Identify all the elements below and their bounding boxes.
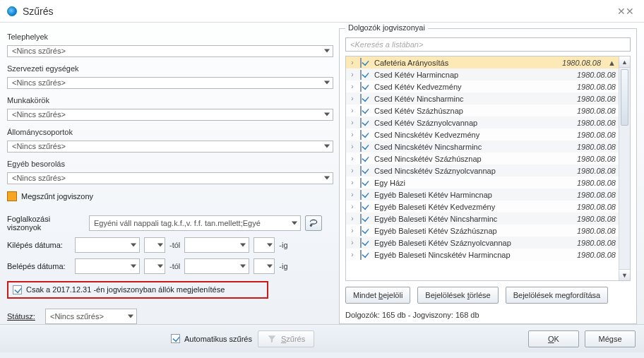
chevron-right-icon: › <box>349 167 356 174</box>
allomany-label: Állománycsoportok <box>7 128 333 136</box>
employees-title: Dolgozók jogviszonyai <box>345 23 428 32</box>
list-item[interactable]: ›Csed Nincskétév Kedvezmény1980.08.08 <box>346 129 619 141</box>
list-item[interactable]: ›Csed Nincskétév Nincsharminc1980.08.08 <box>346 141 619 153</box>
row-checkbox[interactable] <box>360 70 362 80</box>
chevron-down-icon <box>128 314 133 318</box>
chevron-down-icon <box>324 81 330 85</box>
row-checkbox[interactable] <box>360 94 362 104</box>
chevron-right-icon: › <box>349 107 356 114</box>
scroll-thumb[interactable] <box>621 69 628 126</box>
telephelyek-combo[interactable]: <Nincs szűrés> <box>7 45 333 57</box>
belepes-to-time[interactable] <box>254 258 275 274</box>
list-item[interactable]: ›Csed Kétév Száznyolcvannap1980.08.08 <box>346 117 619 129</box>
list-item[interactable]: ›Csed Kétév Harmincnap1980.08.08 <box>346 68 619 80</box>
row-checkbox[interactable] <box>360 190 362 200</box>
chevron-right-icon: › <box>349 59 356 66</box>
chevron-down-icon <box>157 264 163 268</box>
cancel-button[interactable]: Mégse <box>585 330 636 347</box>
scroll-up-icon[interactable]: ▲ <box>619 56 630 68</box>
auto-filter-label: Automatikus szűrés <box>184 335 252 343</box>
foglalkozasi-label: Foglalkozási viszonyok <box>7 215 85 232</box>
belepes-from-time[interactable] <box>144 258 165 274</box>
row-checkbox[interactable] <box>360 118 362 128</box>
row-date: 1980.08.08 <box>577 107 616 115</box>
row-name: Egyéb Baleseti Kétév Harmincnap <box>374 191 573 199</box>
filters-panel: Telephelyek <Nincs szűrés> Szervezeti eg… <box>7 28 333 324</box>
search-input[interactable]: <Keresés a listában> <box>345 37 631 52</box>
chevron-down-icon <box>240 264 246 268</box>
belepes-to-date[interactable] <box>184 258 249 274</box>
row-checkbox[interactable] <box>360 250 362 260</box>
row-name: Csed Nincskétév Száznyolcvannap <box>374 167 573 175</box>
invert-selection-button[interactable]: Bejelölések megfordítása <box>506 287 609 304</box>
row-date: 1980.08.08 <box>577 215 616 223</box>
list-item[interactable]: ›Egy Házi1980.08.08 <box>346 177 619 189</box>
list-item[interactable]: ›Csed Nincskétév Száznyolcvannap1980.08.… <box>346 165 619 177</box>
row-checkbox[interactable] <box>360 202 362 212</box>
kilepes-to-time[interactable] <box>254 237 275 253</box>
chevron-down-icon <box>324 177 330 180</box>
kilepes-to-date[interactable] <box>184 237 249 253</box>
allomany-combo[interactable]: <Nincs szűrés> <box>7 141 333 153</box>
status-label: Státusz: <box>7 312 41 321</box>
list-item[interactable]: ›Egyéb Baleseti Kétév Száznyolcvannap198… <box>346 237 619 249</box>
list-item[interactable]: ›Csed Kétév Százhúsznap1980.08.08 <box>346 105 619 117</box>
allomany-value: <Nincs szűrés> <box>12 142 66 150</box>
munkakorok-combo[interactable]: <Nincs szűrés> <box>7 109 333 121</box>
kilepes-from-suffix: -tól <box>169 241 180 249</box>
only-on-date-label: Csak a 2017.12.31 -én jogviszonyban álló… <box>26 285 225 294</box>
lasso-tool-button[interactable] <box>305 215 322 231</box>
list-item[interactable]: ›Egyéb Baleseti Kétév Harmincnap1980.08.… <box>346 189 619 201</box>
belepes-from-date[interactable] <box>75 258 140 274</box>
row-name: Csed Nincskétév Nincsharminc <box>374 143 573 151</box>
row-date: 1980.08.08 <box>577 131 616 139</box>
list-item[interactable]: ›Csed Nincskétév Százhúsznap1980.08.08 <box>346 153 619 165</box>
chevron-down-icon <box>324 145 330 148</box>
kilepes-from-time[interactable] <box>144 237 165 253</box>
row-checkbox[interactable] <box>360 130 362 140</box>
list-item[interactable]: ›Egyéb Baleseti Kétév Kedvezmény1980.08.… <box>346 201 619 213</box>
row-checkbox[interactable] <box>360 106 362 116</box>
row-checkbox[interactable] <box>360 214 362 224</box>
auto-filter-checkbox[interactable] <box>171 334 180 343</box>
list-item[interactable]: ›Csed Kétév Nincsharminc1980.08.08 <box>346 93 619 105</box>
scroll-down-icon[interactable]: ▼ <box>619 269 630 280</box>
row-checkbox[interactable] <box>360 166 362 176</box>
belepes-to-suffix: -ig <box>279 262 287 270</box>
kilepes-label: Kilépés dátuma: <box>7 241 71 249</box>
select-all-button[interactable]: Mindet bejelöli <box>345 287 410 304</box>
list-item[interactable]: ›Egyéb Baleseti Nincskétév Harmincnap198… <box>346 249 619 261</box>
egyeb-combo[interactable]: <Nincs szűrés> <box>7 172 333 184</box>
chevron-right-icon: › <box>349 215 356 222</box>
chevron-right-icon: › <box>349 251 356 258</box>
row-checkbox[interactable] <box>360 178 362 188</box>
filter-button[interactable]: Szűrés <box>258 330 314 347</box>
row-checkbox[interactable] <box>360 238 362 248</box>
kilepes-from-date[interactable] <box>75 237 140 253</box>
row-checkbox[interactable] <box>360 58 362 68</box>
list-item[interactable]: ›Csed Kétév Kedvezmény1980.08.08 <box>346 80 619 93</box>
szervezeti-value: <Nincs szűrés> <box>12 78 66 87</box>
clear-selection-button[interactable]: Bejelölések törlése <box>417 287 498 304</box>
row-checkbox[interactable] <box>360 142 362 152</box>
only-on-date-checkbox[interactable] <box>13 285 22 294</box>
chevron-right-icon: › <box>349 143 356 150</box>
list-item[interactable]: ›Cafetéria Arányosítás1980.08.08▲ <box>346 56 619 68</box>
ok-button[interactable]: OK <box>528 330 579 347</box>
close-icon[interactable]: ✕✕ <box>614 4 637 18</box>
megszunt-label: Megszűnt jogviszony <box>21 192 93 201</box>
scrollbar[interactable]: ▲ ▼ <box>619 56 630 280</box>
chevron-down-icon <box>267 243 273 246</box>
szervezeti-combo[interactable]: <Nincs szűrés> <box>7 77 333 89</box>
row-checkbox[interactable] <box>360 82 362 92</box>
row-name: Egyéb Baleseti Nincskétév Harmincnap <box>374 251 573 259</box>
row-checkbox[interactable] <box>360 226 362 236</box>
status-combo[interactable]: <Nincs szűrés> <box>45 309 137 324</box>
foglalkozasi-combo[interactable]: Egyéni váll nappali tag.k.f.,v. f.f. tan… <box>89 215 301 231</box>
funnel-icon <box>267 334 277 344</box>
list-item[interactable]: ›Egyéb Baleseti Kétév Nincsharminc1980.0… <box>346 213 619 225</box>
belepes-label: Belépés dátuma: <box>7 262 71 270</box>
window-title: Szűrés <box>23 6 54 17</box>
row-checkbox[interactable] <box>360 154 362 164</box>
list-item[interactable]: ›Egyéb Baleseti Kétév Százhúsznap1980.08… <box>346 225 619 237</box>
